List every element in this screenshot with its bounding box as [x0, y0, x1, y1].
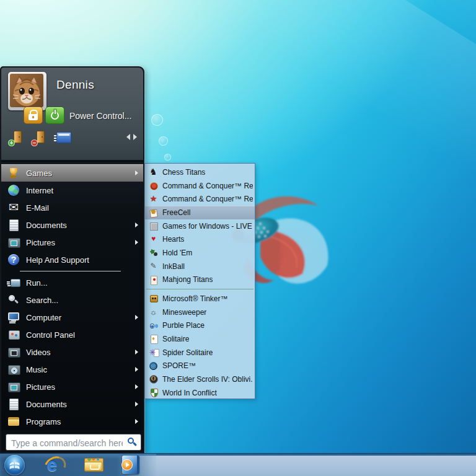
submenu-arrow-icon — [135, 402, 138, 407]
submenu-arrow-icon — [135, 367, 138, 372]
i-help-icon — [7, 253, 20, 267]
submenu-item-inkball[interactable]: InkBall — [145, 260, 255, 273]
user-avatar[interactable] — [8, 72, 46, 110]
user-pane: Dennis Power Control... + − — [1, 68, 143, 161]
menu-item-computer[interactable]: Computer — [1, 309, 143, 326]
g-cncmedal-icon — [149, 181, 158, 190]
g-hearts-icon — [149, 234, 158, 244]
submenu-item-label: Command & Conquer™ Re... — [162, 195, 253, 203]
submenu-item-chess-titans[interactable]: Chess Titans — [145, 165, 255, 179]
submenu-arrow-icon — [135, 419, 138, 424]
log-off-door-icon[interactable]: − — [30, 130, 49, 146]
menu-item-label: Music — [26, 365, 47, 374]
i-computer-icon — [7, 311, 20, 324]
submenu-item-spider-solitaire[interactable]: Spider Solitaire — [145, 346, 255, 359]
menu-item-e-mail[interactable]: E-Mail — [1, 199, 143, 216]
submenu-item-hold-em[interactable]: Hold 'Em — [145, 246, 255, 260]
menu-item-label: E-Mail — [26, 203, 49, 213]
submenu-item-label: Hearts — [162, 235, 184, 244]
games-submenu: Chess Titans Command & Conquer™ Re... Co… — [144, 163, 255, 399]
submenu-item-label: Mahjong Titans — [162, 275, 213, 284]
menu-item-pictures[interactable]: Pictures — [1, 378, 143, 395]
i-internet-icon — [7, 183, 20, 197]
submenu-item-label: Chess Titans — [162, 168, 205, 177]
g-tinker-icon — [149, 294, 158, 303]
g-cncstar-icon — [149, 194, 158, 203]
pane-scroll-arrows[interactable] — [126, 134, 137, 140]
lock-button[interactable] — [24, 107, 43, 124]
submenu-item-solitaire[interactable]: Solitaire — [145, 332, 255, 346]
submenu-item-label: InkBall — [162, 262, 185, 271]
submenu-item-label: Spider Solitaire — [162, 348, 213, 357]
menu-item-documents[interactable]: Documents — [1, 216, 143, 234]
kitten-photo — [10, 74, 43, 107]
menu-item-label: Search... — [26, 296, 58, 305]
i-run-icon — [7, 276, 20, 289]
menu-item-label: Games — [26, 169, 52, 178]
menu-item-pictures[interactable]: Pictures — [1, 234, 143, 251]
power-button[interactable] — [45, 107, 64, 124]
submenu-item-label: Purble Place — [162, 321, 205, 330]
submenu-arrow-icon — [135, 240, 138, 245]
submenu-item-the-elder-scrolls-iv-oblivi[interactable]: The Elder Scrolls IV: Oblivi... — [145, 372, 255, 386]
log-on-door-icon[interactable]: + — [7, 130, 26, 146]
menu-item-label: Computer — [26, 313, 61, 322]
submenu-item-spore[interactable]: SPORE™ — [145, 359, 255, 373]
i-documents-icon — [7, 218, 20, 232]
menu-item-label: Documents — [26, 221, 67, 230]
submenu-item-label: Command & Conquer™ Re... — [162, 182, 253, 190]
menu-item-label: Pictures — [26, 238, 55, 247]
menu-item-help-and-support[interactable]: Help And Support — [1, 251, 143, 268]
submenu-item-games-for-windows-live[interactable]: Games for Windows - LIVE — [145, 219, 255, 233]
search-magnifier-icon[interactable] — [126, 436, 138, 449]
menu-item-control-panel[interactable]: Control Panel — [1, 326, 143, 343]
menu-item-label: Videos — [26, 348, 51, 357]
g-inkball-icon — [149, 262, 158, 271]
submenu-item-command-conquer-re[interactable]: Command & Conquer™ Re... — [145, 192, 255, 206]
menu-item-music[interactable]: Music — [1, 361, 143, 378]
submenu-item-purble-place[interactable]: Purble Place — [145, 319, 255, 333]
user-name: Dennis — [56, 78, 94, 92]
menu-item-programs[interactable]: Programs — [1, 413, 143, 430]
search-input[interactable] — [10, 435, 124, 451]
g-mines-icon — [149, 307, 158, 317]
submenu-item-label: SPORE™ — [162, 361, 196, 370]
submenu-item-minesweeper[interactable]: Minesweeper — [145, 306, 255, 319]
separator — [20, 271, 121, 271]
separator — [146, 289, 253, 289]
session-icons-row: + − — [7, 130, 72, 146]
submenu-item-label: FreeCell — [162, 208, 190, 217]
light-streak — [294, 0, 476, 216]
menu-item-search[interactable]: Search... — [1, 291, 143, 309]
chevron-right-icon — [133, 134, 137, 140]
submenu-item-hearts[interactable]: Hearts — [145, 232, 255, 246]
submenu-item-label: Minesweeper — [162, 308, 206, 317]
g-gfwlive-icon — [149, 221, 158, 231]
taskbar: e — [0, 453, 476, 476]
submenu-item-microsoft-tinker[interactable]: Microsoft® Tinker™ — [145, 292, 255, 306]
chevron-left-icon — [126, 134, 130, 140]
submenu-item-mahjong-titans[interactable]: Mahjong Titans — [145, 273, 255, 287]
menu-item-label: Internet — [26, 186, 53, 195]
g-oblivion-icon — [149, 374, 158, 384]
menu-item-run[interactable]: Run... — [1, 274, 143, 291]
windows-explorer-folder-icon[interactable] — [82, 455, 105, 475]
i-games-icon — [7, 166, 20, 180]
submenu-item-command-conquer-re[interactable]: Command & Conquer™ Re... — [145, 179, 255, 193]
g-chess-icon — [149, 167, 158, 177]
menu-item-games[interactable]: Games — [1, 164, 143, 182]
submenu-arrow-icon — [135, 223, 138, 227]
menu-item-videos[interactable]: Videos — [1, 343, 143, 361]
start-orb-icon[interactable] — [3, 455, 27, 475]
menu-item-internet[interactable]: Internet — [1, 182, 143, 199]
i-pictures-icon — [7, 236, 20, 249]
switch-user-window-icon[interactable] — [53, 130, 72, 146]
menu-item-documents[interactable]: Documents — [1, 395, 143, 413]
internet-explorer-icon[interactable]: e — [43, 455, 67, 475]
i-pictures-icon — [7, 380, 20, 394]
menu-item-label: Programs — [26, 417, 61, 426]
windows-media-player-icon[interactable] — [119, 455, 143, 475]
submenu-item-freecell[interactable]: FreeCell — [145, 206, 255, 219]
g-solitaire-icon — [149, 334, 158, 343]
submenu-item-world-in-conflict[interactable]: World In Conflict — [145, 386, 255, 400]
